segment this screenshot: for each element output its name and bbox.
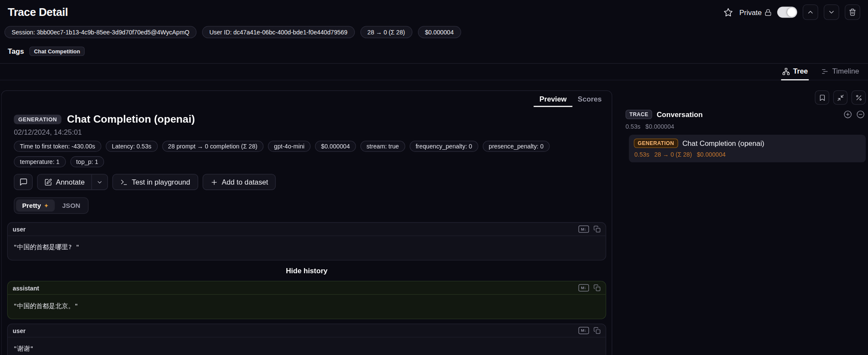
message-tools: M↓: [579, 225, 601, 233]
generation-metrics: 0.53s 28 → 0 (Σ 28) $0.000004: [634, 151, 861, 158]
markdown-toggle-button[interactable]: M↓: [579, 284, 589, 292]
user-id-badge[interactable]: User ID: dc47a41e-06bc-400d-bde1-f0e440d…: [202, 26, 355, 38]
observation-header: GENERATION Chat Completion (openai) 02/1…: [2, 107, 612, 214]
page-title: Trace Detail: [8, 6, 68, 19]
tab-timeline[interactable]: Timeline: [820, 64, 860, 80]
message-user-1: user M↓ "中国的首都是哪里? ": [7, 222, 606, 260]
trace-meta-row: Session: 3bb00ec7-1b13-4c9b-85ee-3d9d70f…: [0, 23, 868, 41]
hide-history-button[interactable]: Hide history: [7, 265, 606, 276]
cost-badge: $0.000004: [418, 26, 461, 38]
generation-tokens: 28 → 0 (Σ 28): [654, 151, 692, 158]
previous-trace-button[interactable]: [803, 4, 818, 20]
plus-circle-icon: [843, 110, 852, 118]
message-header: user M↓: [8, 324, 606, 337]
tab-timeline-label: Timeline: [832, 67, 859, 75]
frequency-penalty-pill: frequency_penalty: 0: [409, 141, 478, 152]
pretty-label: Pretty: [22, 202, 41, 210]
message-role: user: [13, 327, 26, 333]
trace-latency: 0.53s: [626, 123, 641, 130]
timeline-icon: [821, 67, 829, 75]
copy-icon: [593, 284, 601, 292]
playground-label: Test in playground: [132, 178, 190, 186]
message-header: user M↓: [8, 223, 606, 236]
trace-detail-page: Trace Detail Private Session: 3bb: [0, 0, 868, 355]
annotate-split-button: Annotate: [37, 174, 108, 190]
markdown-toggle-button[interactable]: M↓: [579, 225, 589, 233]
message-content: "中国的首都是北京。": [8, 295, 606, 318]
next-trace-button[interactable]: [824, 4, 839, 20]
message-content: "中国的首都是哪里? ": [8, 236, 606, 260]
annotate-label: Annotate: [56, 178, 85, 186]
ttft-pill: Time to first token: -430.00s: [14, 141, 101, 152]
copy-icon: [593, 225, 601, 233]
collapse-tree-button[interactable]: [856, 110, 865, 118]
copy-button[interactable]: [593, 225, 601, 233]
observation-meta-pills: Time to first token: -430.00s Latency: 0…: [14, 141, 595, 167]
generation-tree-node-selected[interactable]: GENERATION Chat Completion (openai) 0.53…: [629, 135, 866, 162]
bookmark-star-button[interactable]: [722, 6, 734, 18]
bookmark-button[interactable]: [815, 90, 829, 105]
tree-toolbar: [622, 90, 866, 105]
pen-icon: [44, 178, 52, 186]
tag-badge[interactable]: Chat Competition: [30, 46, 85, 56]
markdown-icon: M↓: [579, 284, 589, 292]
tab-tree[interactable]: Tree: [781, 64, 809, 80]
format-tab-json[interactable]: JSON: [56, 200, 86, 212]
presence-penalty-pill: presence_penalty: 0: [483, 141, 550, 152]
tab-preview[interactable]: Preview: [534, 93, 572, 107]
collapse-all-button[interactable]: [833, 90, 847, 105]
copy-button[interactable]: [593, 327, 601, 334]
test-in-playground-button[interactable]: Test in playground: [112, 174, 198, 190]
format-toggle: Pretty ✦ JSON: [14, 197, 89, 214]
tab-scores[interactable]: Scores: [572, 93, 607, 107]
temperature-pill: temperature: 1: [14, 156, 65, 167]
session-badge[interactable]: Session: 3bb00ec7-1b13-4c9b-85ee-3d9d70f…: [4, 26, 196, 38]
observation-preview-card: Preview Scores GENERATION Chat Completio…: [1, 90, 613, 355]
tree-icon: [782, 67, 790, 75]
view-tabs: Tree Timeline: [0, 64, 868, 80]
copy-button[interactable]: [593, 284, 601, 292]
observation-actions: Annotate Test in playground Add to datas…: [14, 174, 601, 190]
chevron-down-icon: [828, 8, 835, 16]
privacy-label: Private: [739, 8, 772, 16]
privacy-text: Private: [739, 8, 762, 16]
observation-title-row: GENERATION Chat Completion (openai): [14, 113, 601, 125]
markdown-toggle-button[interactable]: M↓: [579, 327, 589, 334]
annotate-dropdown-button[interactable]: [92, 175, 107, 190]
tags-row: Tags Chat Competition: [0, 41, 868, 63]
trace-tree-root[interactable]: TRACE Conversation 0.53s $0.000004: [622, 108, 866, 130]
add-to-dataset-label: Add to dataset: [222, 178, 268, 186]
trash-icon: [849, 8, 856, 16]
plus-icon: [210, 178, 218, 186]
message-assistant: assistant M↓ "中国的首都是北京。": [7, 281, 606, 319]
format-tab-pretty[interactable]: Pretty ✦: [16, 200, 55, 212]
model-pill[interactable]: gpt-4o-mini: [268, 141, 310, 152]
collapse-icon: [837, 94, 844, 101]
add-to-dataset-button[interactable]: Add to dataset: [202, 174, 276, 190]
markdown-icon: M↓: [579, 327, 589, 334]
json-label: JSON: [62, 202, 80, 210]
message-tools: M↓: [579, 284, 601, 292]
star-icon: [723, 7, 733, 17]
delete-trace-button[interactable]: [845, 4, 860, 20]
expand-all-button[interactable]: [843, 110, 852, 118]
observation-type-badge: GENERATION: [14, 114, 61, 124]
visibility-toggle[interactable]: [777, 6, 797, 18]
generation-cost: $0.000004: [697, 151, 726, 158]
toggle-metrics-button[interactable]: [851, 90, 865, 105]
observation-title: Chat Completion (openai): [67, 113, 195, 125]
message-content: "谢谢": [8, 337, 606, 355]
lock-icon: [764, 9, 772, 16]
trace-tree-panel: TRACE Conversation 0.53s $0.000004: [622, 90, 866, 162]
token-pill: 28 prompt → 0 completion (Σ 28): [162, 141, 264, 152]
trace-metrics: 0.53s $0.000004: [626, 123, 865, 130]
comments-button[interactable]: [14, 174, 33, 190]
terminal-icon: [120, 178, 128, 186]
caret-down-icon: [96, 179, 103, 185]
generation-name: Chat Completion (openai): [682, 139, 764, 147]
generation-latency: 0.53s: [635, 151, 650, 158]
trace-row: TRACE Conversation: [626, 110, 865, 119]
annotate-button[interactable]: Annotate: [38, 175, 92, 190]
generation-type-badge: GENERATION: [634, 139, 678, 148]
main-content: Preview Scores GENERATION Chat Completio…: [0, 80, 868, 355]
